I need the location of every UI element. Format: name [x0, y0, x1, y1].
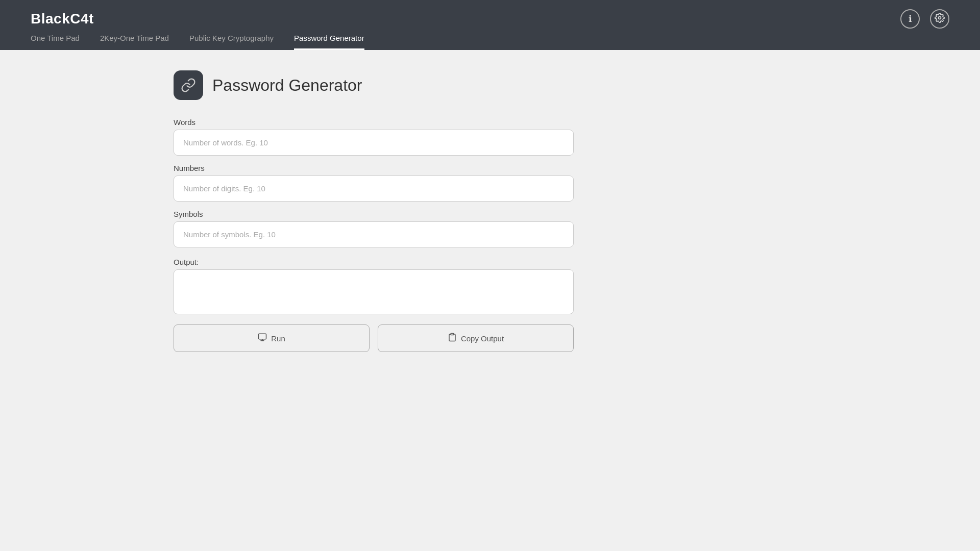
- nav-item-one-time-pad[interactable]: One Time Pad: [31, 34, 80, 50]
- output-field-group: Output:: [174, 256, 806, 314]
- copy-label: Copy Output: [461, 334, 504, 343]
- page-header: Password Generator: [174, 70, 806, 100]
- symbols-label: Symbols: [174, 210, 806, 218]
- nav-item-password-generator[interactable]: Password Generator: [294, 34, 364, 50]
- numbers-label: Numbers: [174, 164, 806, 172]
- symbols-field-group: Symbols: [174, 210, 806, 247]
- info-icon: ℹ: [909, 13, 912, 24]
- svg-point-0: [939, 16, 941, 19]
- words-field-group: Words: [174, 118, 806, 156]
- main-content: Password Generator Words Numbers Symbols…: [0, 50, 980, 372]
- words-input[interactable]: [174, 130, 574, 156]
- copy-icon: [448, 333, 457, 344]
- svg-rect-4: [451, 334, 454, 335]
- button-row: Run Copy Output: [174, 324, 574, 352]
- output-label: Output:: [174, 258, 806, 266]
- words-label: Words: [174, 118, 806, 127]
- numbers-input[interactable]: [174, 176, 574, 202]
- run-button[interactable]: Run: [174, 324, 370, 352]
- copy-output-button[interactable]: Copy Output: [378, 324, 574, 352]
- settings-icon: [935, 13, 945, 26]
- page-title: Password Generator: [212, 76, 362, 95]
- svg-rect-1: [259, 334, 266, 339]
- output-textarea[interactable]: [174, 269, 574, 314]
- settings-button[interactable]: [930, 9, 949, 29]
- header-top: BlackC4t ℹ: [31, 0, 949, 34]
- numbers-field-group: Numbers: [174, 164, 806, 202]
- run-icon: [258, 333, 267, 344]
- nav-item-two-key-one-time-pad[interactable]: 2Key-One Time Pad: [100, 34, 169, 50]
- nav-item-public-key-cryptography[interactable]: Public Key Cryptography: [189, 34, 274, 50]
- symbols-input[interactable]: [174, 221, 574, 247]
- password-form: Words Numbers Symbols Output:: [174, 118, 806, 352]
- run-label: Run: [271, 334, 285, 343]
- app-logo: BlackC4t: [31, 11, 94, 27]
- info-button[interactable]: ℹ: [900, 9, 920, 29]
- app-header: BlackC4t ℹ One Time Pad 2Key-One Time Pa…: [0, 0, 980, 50]
- header-icons: ℹ: [900, 9, 949, 29]
- page-icon: [174, 70, 203, 100]
- main-nav: One Time Pad 2Key-One Time Pad Public Ke…: [31, 34, 949, 50]
